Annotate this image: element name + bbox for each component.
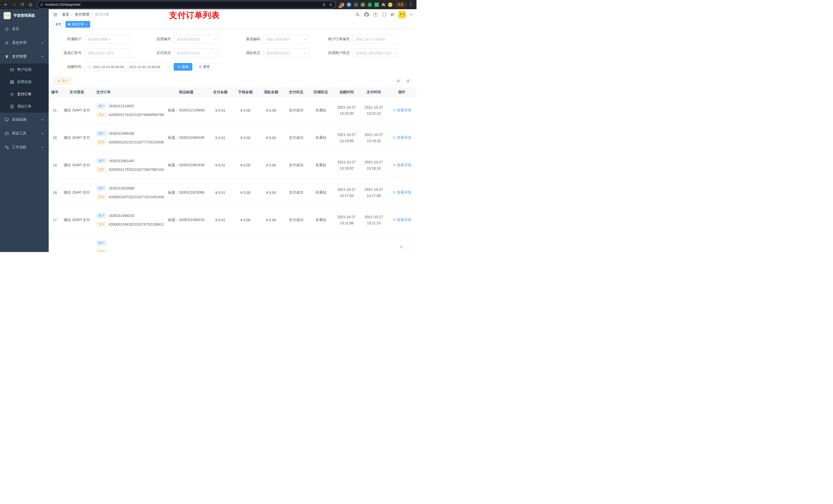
url-bar[interactable]: localhost:1024/pay/order <box>38 1 335 8</box>
reset-button[interactable]: 重置 <box>195 63 214 71</box>
sidebar-item-infrastructure[interactable]: 基础设施 <box>0 113 49 126</box>
extension-icon[interactable] <box>375 3 379 7</box>
filter-channel-order-no: 渠道订单号 <box>54 49 143 57</box>
breadcrumb-home[interactable]: 首页 <box>62 12 69 17</box>
sidebar-item-payment[interactable]: ¥ 支付管理 <box>0 50 49 64</box>
view-detail-link[interactable]: 查看详情 <box>393 190 411 195</box>
fee-amount: ¥ 0.00 <box>240 191 251 195</box>
browser-update-button[interactable]: 更新 <box>395 2 406 7</box>
view-detail-link[interactable]: 查看详情 <box>393 108 411 113</box>
magnifier-icon <box>393 136 396 139</box>
sidebar-item-merchant-info[interactable]: 商户信息 <box>0 64 49 76</box>
sidebar-item-system[interactable]: 系统管理 <box>0 36 49 50</box>
product-title: 标题：1635311468233 <box>168 218 205 222</box>
extension-icon[interactable]: 10 <box>340 3 344 7</box>
close-tab-icon[interactable]: × <box>86 23 88 26</box>
create-time: 2021-10-2713:17:03 <box>334 187 359 198</box>
order-id: 17 <box>53 218 57 222</box>
gear-icon <box>5 41 9 45</box>
bookmark-star-icon[interactable] <box>329 3 333 7</box>
logo[interactable]: 芋道管理系统 <box>0 9 49 22</box>
filter-channel-code: 渠道编码 <box>233 35 322 44</box>
tab-home[interactable]: 首页 <box>53 21 64 28</box>
merchant-input[interactable] <box>85 35 130 44</box>
font-size-icon[interactable]: tT <box>391 13 394 17</box>
refresh-table-button[interactable] <box>404 78 411 85</box>
chevron-down-icon <box>41 118 44 121</box>
clock-icon <box>87 65 91 69</box>
refund-amount: ¥ 0.00 <box>266 191 276 195</box>
user-menu-caret-icon[interactable] <box>410 14 412 15</box>
browser-home-button[interactable] <box>27 1 34 8</box>
sidebar-item-home[interactable]: 首页 <box>0 22 49 36</box>
help-icon[interactable]: ? <box>373 13 378 17</box>
browser-back-button[interactable] <box>3 1 9 8</box>
fee-amount: ¥ 0.00 <box>240 108 251 113</box>
notify-status-select[interactable] <box>353 49 398 57</box>
sidebar-item-app-info[interactable]: 应用信息 <box>0 76 49 88</box>
app-title: 芋道管理系统 <box>13 13 35 18</box>
browser-reload-button[interactable] <box>19 1 26 8</box>
channel-order-no-input[interactable] <box>85 49 130 57</box>
browser-forward-button[interactable] <box>11 1 18 8</box>
date-range-picker[interactable]: 2021-10-01 00:00:00 - 2021-10-31 23:59:5… <box>85 63 170 71</box>
view-detail-link[interactable]: 查看详情 <box>393 136 411 140</box>
export-button[interactable]: 导出 <box>54 77 71 85</box>
extension-icon[interactable]: ✓ <box>367 3 372 7</box>
grid-icon <box>10 80 14 84</box>
user-avatar[interactable] <box>398 11 406 19</box>
download-icon <box>57 79 60 82</box>
pay-status-select[interactable] <box>174 49 219 57</box>
app-select[interactable] <box>174 35 219 44</box>
view-detail-link[interactable] <box>400 245 404 249</box>
merchant-order-no-input[interactable] <box>353 35 398 44</box>
extension-icon[interactable] <box>361 3 365 7</box>
fullscreen-icon[interactable] <box>382 12 386 17</box>
merchant-order-no: 1635311468233 <box>109 214 134 218</box>
breadcrumb-payment[interactable]: 支付管理 <box>75 12 89 17</box>
bank-card-icon <box>10 68 14 72</box>
channel-code-select[interactable] <box>263 35 309 44</box>
sidebar-item-workflow[interactable]: 工作流程 <box>0 140 49 154</box>
refund-status-select[interactable] <box>263 49 309 57</box>
browser-menu-icon[interactable] <box>410 3 411 7</box>
pay-order-no: 4200001194202110276752100612 <box>109 222 164 226</box>
pay-channel: 微信 JSAPI 支付 <box>64 190 90 194</box>
sidebar-item-pay-order[interactable]: 支付订单 <box>0 88 49 100</box>
notify-status: 未通知 <box>315 136 326 140</box>
breadcrumb-current: 支付订单 <box>95 12 109 17</box>
sidebar-item-dev-tools[interactable]: 研发工具 <box>0 126 49 140</box>
view-detail-link[interactable]: 查看详情 <box>393 218 411 222</box>
extensions-puzzle-icon[interactable] <box>381 3 385 7</box>
tab-pay-order[interactable]: 支付订单 × <box>66 21 90 28</box>
extension-icon[interactable] <box>354 3 358 7</box>
create-time: 2021-10-2713:11:08 <box>334 214 359 226</box>
sidebar-item-refund-order[interactable]: 退款订单 <box>0 100 49 113</box>
search-button[interactable]: 搜索 <box>174 63 192 71</box>
profile-avatar-icon[interactable] <box>388 3 392 7</box>
search-form: 所属商户 应用编号 渠道编码 商户订单编号 <box>49 29 416 57</box>
github-icon[interactable] <box>364 12 369 17</box>
filter-notify-status: 回调商户状态 <box>322 49 411 57</box>
extension-icon[interactable] <box>347 3 351 7</box>
share-icon[interactable] <box>322 3 326 7</box>
view-detail-link[interactable]: 查看详情 <box>393 163 411 167</box>
pay-tag: 支付 <box>96 139 106 145</box>
search-icon[interactable] <box>355 12 360 17</box>
product-title: 标题：1635311823086 <box>168 190 205 194</box>
create-time: 2021-10-2713:19:09 <box>334 132 359 144</box>
pay-amount: ¥ 0.01 <box>215 108 225 113</box>
col-id: 编号 <box>49 88 61 97</box>
order-id: 18 <box>53 191 57 195</box>
table-row: 18 微信 JSAPI 支付 商户 1635311823086 支付 42000… <box>49 179 416 207</box>
active-tab-dot <box>68 23 70 25</box>
pay-time: 2021-10-2713:19:15 <box>361 132 386 144</box>
filter-app: 应用编号 <box>143 35 233 44</box>
sidebar-toggle-icon[interactable] <box>53 12 58 17</box>
magnifier-icon <box>393 191 396 194</box>
table-row: 商户 支付 <box>49 234 416 252</box>
filter-label: 回调商户状态 <box>322 51 353 55</box>
toggle-search-button[interactable] <box>395 78 402 85</box>
pay-channel: 微信 JSAPI 支付 <box>64 218 90 222</box>
site-info-icon[interactable] <box>40 3 44 6</box>
